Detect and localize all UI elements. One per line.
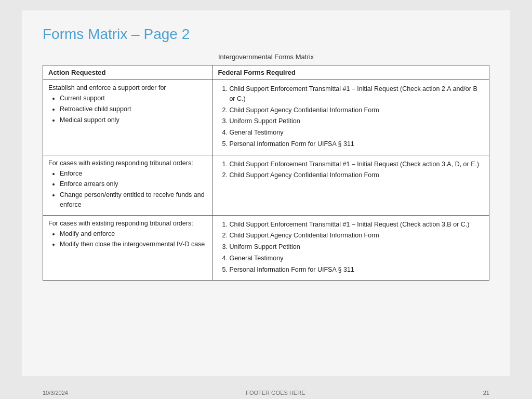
footer: 10/3/2024 FOOTER GOES HERE 21 [22, 387, 510, 399]
list-item: Child Support Agency Confidential Inform… [229, 170, 484, 180]
list-item: Current support [60, 94, 207, 103]
table-row-1-action: For cases with existing responding tribu… [43, 155, 212, 215]
table-subtitle: Intergovernmental Forms Matrix [43, 53, 489, 61]
list-item: General Testimony [229, 128, 484, 138]
table-row-1-forms: Child Support Enforcement Transmittal #1… [212, 155, 489, 215]
list-item: Uniform Support Petition [229, 116, 484, 126]
list-item: Uniform Support Petition [229, 242, 484, 252]
list-item: Personal Information Form for UIFSA § 31… [229, 265, 484, 275]
header-action: Action Requested [43, 65, 212, 80]
list-item: Personal Information Form for UIFSA § 31… [229, 139, 484, 149]
table-row-2-forms: Child Support Enforcement Transmittal #1… [212, 215, 489, 281]
footer-page: 21 [483, 390, 489, 396]
list-item: General Testimony [229, 254, 484, 263]
table-row-2-action: For cases with existing responding tribu… [43, 215, 212, 281]
row-1-action-intro: For cases with existing responding tribu… [48, 159, 193, 167]
list-item: Child Support Agency Confidential Inform… [229, 231, 484, 241]
list-item: Retroactive child support [60, 104, 207, 114]
list-item: Modify and enforce [60, 229, 207, 239]
table-row-0-action: Establish and enforce a support order fo… [43, 80, 212, 155]
list-item: Modify then close the intergovernmental … [60, 240, 207, 249]
list-item: Enforce arrears only [60, 179, 207, 189]
list-item: Child Support Enforcement Transmittal #1… [229, 84, 484, 104]
list-item: Medical support only [60, 115, 207, 125]
footer-date: 10/3/2024 [43, 390, 68, 396]
header-forms: Federal Forms Required [212, 65, 489, 80]
row-2-action-intro: For cases with existing responding tribu… [48, 220, 193, 227]
row-0-action-intro: Establish and enforce a support order fo… [48, 84, 166, 91]
footer-center: FOOTER GOES HERE [68, 390, 483, 396]
list-item: Change person/entity entitled to receive… [60, 190, 207, 210]
list-item: Enforce [60, 169, 207, 179]
list-item: Child Support Enforcement Transmittal #1… [229, 159, 484, 169]
page-title: Forms Matrix – Page 2 [43, 26, 489, 43]
list-item: Child Support Enforcement Transmittal #1… [229, 220, 484, 230]
slide: Forms Matrix – Page 2 Intergovernmental … [22, 10, 510, 376]
list-item: Child Support Agency Confidential Inform… [229, 105, 484, 115]
forms-matrix-table: Action Requested Federal Forms Required … [43, 65, 489, 281]
table-row-0-forms: Child Support Enforcement Transmittal #1… [212, 80, 489, 155]
